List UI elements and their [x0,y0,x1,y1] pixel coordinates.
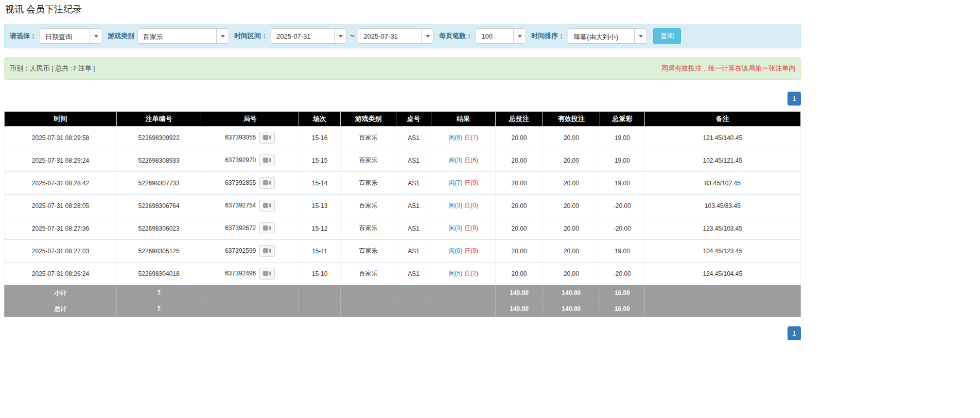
result-banker: 庄(0) [464,202,478,209]
cell-session: 15-16 [299,127,340,149]
cell-remark: 121.45/140.45 [644,127,800,149]
summary-cell: 总计 [5,301,117,317]
cell-result: 闲(3)庄(0) [431,195,496,217]
cell-remark: 104.45/123.45 [644,240,800,263]
table-row: 2025-07-31 08:27:36 522698306023 6373926… [5,217,801,240]
cell-game-type: 百家乐 [340,240,396,263]
summary-cell: 7 [117,285,201,301]
cell-total-bet[interactable]: 20.00 [496,172,542,195]
cell-total-bet[interactable]: 20.00 [496,217,542,240]
cell-session: 15-14 [299,172,340,195]
filter-bar: 请选择： 日期查询 游戏类别 百家乐 时间区间： 2025-07-31 ~ 20… [4,24,801,48]
result-player: 闲(7) [449,179,463,186]
cell-valid-bet: 20.00 [542,263,600,285]
page-button-1[interactable]: 1 [787,92,801,106]
cell-valid-bet: 20.00 [542,172,600,195]
cell-table-no: AS1 [396,172,431,195]
cell-total-bet[interactable]: 20.00 [496,149,542,172]
table-body: 2025-07-31 08:29:58 522698309922 6373930… [5,127,801,317]
sort-order-select[interactable]: 降冪(由大到小) [568,28,647,44]
column-header: 时间 [5,112,117,127]
cell-bet-id: 522698308933 [117,149,201,172]
cell-payout: 19.00 [600,149,645,172]
summary-cell: 16.00 [600,301,645,317]
video-camera-icon [263,157,271,163]
cell-total-bet[interactable]: 20.00 [496,263,542,285]
cell-valid-bet: 20.00 [542,240,600,263]
summary-cell [201,301,299,317]
cell-total-bet[interactable]: 20.00 [496,195,542,217]
cell-game-type: 百家乐 [340,172,396,195]
search-button[interactable]: 查询 [653,28,681,44]
column-header: 游戏类别 [340,112,396,127]
date-range-separator: ~ [350,31,355,41]
chevron-down-icon[interactable] [334,29,346,43]
game-type-label: 游戏类别 [108,31,134,41]
notice-text: 同局有效投注，统一计算在该局第一张注单内 [661,64,795,73]
cell-payout: 19.00 [600,240,645,263]
video-camera-icon [263,270,271,276]
video-camera-icon [263,202,271,208]
chevron-down-icon[interactable] [421,29,433,43]
page-size-select[interactable]: 100 [476,28,526,44]
cell-valid-bet: 20.00 [542,195,600,217]
cell-valid-bet: 20.00 [542,127,600,149]
date-mode-value: 日期查询 [40,29,90,43]
column-header: 总派彩 [600,112,645,127]
chevron-down-icon[interactable] [90,29,102,43]
video-replay-button[interactable] [259,154,275,166]
round-id-text: 637392599 [225,247,256,254]
cell-total-bet[interactable]: 20.00 [496,240,542,263]
cell-round-id: 637393055 [201,127,299,149]
round-id-text: 637392855 [225,179,256,186]
cell-valid-bet: 20.00 [542,217,600,240]
cell-game-type: 百家乐 [340,195,396,217]
result-banker: 庄(2) [464,270,478,277]
summary-cell: 140.00 [496,301,542,317]
sort-order-label: 时间排序： [531,31,565,41]
summary-bar: 币别：人民币 | 总共 :7 注单 | 同局有效投注，统一计算在该局第一张注单内 [4,57,801,80]
video-replay-button[interactable] [259,268,275,280]
video-replay-button[interactable] [259,245,275,257]
pagination-bottom: 1 [4,326,801,340]
round-id-text: 637392672 [225,224,256,232]
chevron-down-icon[interactable] [634,29,646,43]
cell-session: 15-12 [299,217,340,240]
video-replay-button[interactable] [259,177,275,189]
chevron-down-icon[interactable] [216,29,229,43]
page-button-1[interactable]: 1 [787,326,801,340]
date-from-value: 2025-07-31 [271,29,334,43]
result-banker: 庄(7) [464,134,478,141]
cell-remark: 102.45/121.45 [644,149,800,172]
result-banker: 庄(9) [464,247,478,254]
summary-cell: 小计 [5,285,117,301]
cell-session: 15-15 [299,149,340,172]
cell-remark: 123.45/103.45 [644,217,800,240]
column-header: 局号 [201,112,299,127]
game-type-select[interactable]: 百家乐 [137,28,229,44]
date-from-select[interactable]: 2025-07-31 [271,28,347,44]
video-replay-button[interactable] [259,200,275,212]
table-row: 2025-07-31 08:28:42 522698307733 6373928… [5,172,801,195]
result-player: 闲(5) [449,270,463,277]
date-mode-select[interactable]: 日期查询 [40,28,102,44]
cell-time: 2025-07-31 08:26:24 [5,263,117,285]
cell-session: 15-13 [299,195,340,217]
cell-time: 2025-07-31 08:28:05 [5,195,117,217]
summary-cell [644,285,800,301]
chevron-down-icon[interactable] [513,29,526,43]
cell-time: 2025-07-31 08:27:36 [5,217,117,240]
page-container: 视讯 会员下注纪录 请选择： 日期查询 游戏类别 百家乐 时间区间： 2025-… [4,3,801,340]
cell-bet-id: 522698307733 [117,172,201,195]
video-camera-icon [263,134,271,141]
video-replay-button[interactable] [259,222,275,234]
summary-cell: 16.00 [600,285,645,301]
round-id-text: 637392970 [225,156,256,164]
cell-total-bet[interactable]: 20.00 [496,127,542,149]
cell-time: 2025-07-31 08:28:42 [5,172,117,195]
date-to-select[interactable]: 2025-07-31 [358,28,434,44]
cell-time: 2025-07-31 08:27:03 [5,240,117,263]
video-replay-button[interactable] [259,132,275,144]
cell-round-id: 637392496 [201,263,299,285]
result-banker: 庄(6) [464,156,478,164]
